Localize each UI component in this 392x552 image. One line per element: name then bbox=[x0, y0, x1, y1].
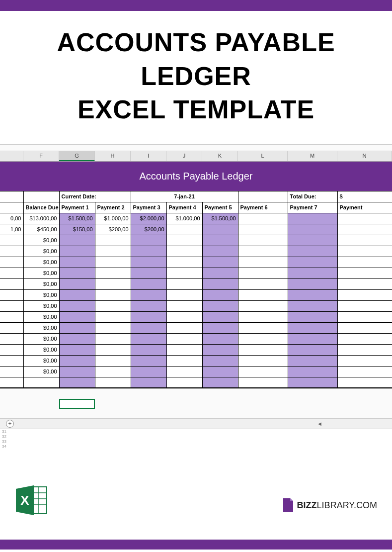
cell[interactable] bbox=[238, 278, 288, 289]
cell[interactable] bbox=[59, 311, 95, 322]
table-row[interactable]: 1,00 $450,00 $150,00 $200,00 $200,00 bbox=[0, 224, 392, 235]
cell[interactable]: $1.500,00 bbox=[202, 213, 238, 224]
cell[interactable] bbox=[288, 224, 337, 235]
cell[interactable] bbox=[288, 366, 337, 377]
cell[interactable] bbox=[238, 213, 288, 224]
scroll-left-icon[interactable]: ◄ bbox=[317, 421, 322, 427]
cell[interactable]: $1.000,00 bbox=[95, 213, 131, 224]
cell[interactable] bbox=[95, 278, 131, 289]
cell[interactable] bbox=[59, 344, 95, 355]
table-row[interactable]: $0,00 bbox=[0, 257, 392, 268]
cell[interactable]: $0,00 bbox=[23, 246, 59, 257]
cell[interactable]: $0,00 bbox=[23, 300, 59, 311]
cell[interactable] bbox=[238, 300, 288, 311]
cell[interactable]: 1,00 bbox=[0, 224, 23, 235]
cell[interactable] bbox=[288, 322, 337, 333]
cell[interactable] bbox=[288, 289, 337, 300]
cell[interactable] bbox=[95, 235, 131, 246]
table-row[interactable]: 0,00 $13.000,00 $1.500,00 $1.000,00 $2.0… bbox=[0, 213, 392, 224]
col-header-edge[interactable] bbox=[0, 151, 23, 161]
cell[interactable] bbox=[288, 257, 337, 268]
cell[interactable] bbox=[166, 300, 202, 311]
cell[interactable] bbox=[166, 235, 202, 246]
col-header-i[interactable]: I bbox=[131, 151, 166, 161]
cell[interactable] bbox=[95, 355, 131, 366]
cell[interactable] bbox=[202, 278, 238, 289]
cell[interactable] bbox=[202, 300, 238, 311]
cell[interactable] bbox=[288, 355, 337, 366]
cell[interactable] bbox=[288, 268, 337, 278]
cell[interactable]: $200,00 bbox=[95, 224, 131, 235]
cell[interactable] bbox=[337, 322, 392, 333]
cell[interactable] bbox=[131, 366, 166, 377]
cell[interactable]: $0,00 bbox=[23, 366, 59, 377]
cell[interactable] bbox=[288, 246, 337, 257]
table-row[interactable]: $0,00 bbox=[0, 322, 392, 333]
column-header-row[interactable]: F G H I J K L M N bbox=[0, 151, 392, 162]
table-row[interactable]: $0,00 bbox=[0, 311, 392, 322]
cell[interactable] bbox=[59, 268, 95, 278]
cell[interactable] bbox=[59, 366, 95, 377]
cell[interactable] bbox=[166, 257, 202, 268]
cell[interactable]: $1.500,00 bbox=[59, 213, 95, 224]
cell[interactable] bbox=[238, 257, 288, 268]
cell[interactable] bbox=[95, 300, 131, 311]
cell[interactable] bbox=[337, 300, 392, 311]
cell[interactable] bbox=[95, 311, 131, 322]
cell[interactable]: $200,00 bbox=[131, 224, 166, 235]
cell[interactable]: $0,00 bbox=[23, 278, 59, 289]
cell[interactable] bbox=[238, 289, 288, 300]
cell[interactable] bbox=[202, 224, 238, 235]
table-row[interactable]: $0,00 bbox=[0, 333, 392, 344]
cell[interactable] bbox=[95, 322, 131, 333]
cell[interactable] bbox=[131, 311, 166, 322]
cell[interactable] bbox=[59, 257, 95, 268]
cell[interactable] bbox=[337, 366, 392, 377]
cell[interactable] bbox=[59, 322, 95, 333]
cell[interactable]: $0,00 bbox=[23, 289, 59, 300]
table-row[interactable]: $0,00 bbox=[0, 246, 392, 257]
cell[interactable] bbox=[238, 268, 288, 278]
cell[interactable] bbox=[202, 322, 238, 333]
table-row-last[interactable] bbox=[0, 377, 392, 388]
cell[interactable] bbox=[95, 344, 131, 355]
cell[interactable] bbox=[288, 344, 337, 355]
cell[interactable] bbox=[337, 224, 392, 235]
col-header-m[interactable]: M bbox=[288, 151, 337, 161]
cell[interactable]: $13.000,00 bbox=[23, 213, 59, 224]
cell[interactable] bbox=[238, 355, 288, 366]
cell[interactable] bbox=[202, 311, 238, 322]
cell[interactable] bbox=[202, 268, 238, 278]
cell[interactable] bbox=[288, 235, 337, 246]
cell[interactable]: 0,00 bbox=[0, 213, 23, 224]
cell[interactable] bbox=[166, 224, 202, 235]
table-row[interactable]: $0,00 bbox=[0, 366, 392, 377]
cell[interactable] bbox=[59, 289, 95, 300]
cell[interactable] bbox=[337, 246, 392, 257]
cell[interactable] bbox=[166, 311, 202, 322]
cell[interactable] bbox=[238, 322, 288, 333]
add-sheet-button[interactable]: + bbox=[6, 420, 14, 428]
table-row[interactable]: $0,00 bbox=[0, 344, 392, 355]
table-row[interactable]: $0,00 bbox=[0, 289, 392, 300]
cell[interactable] bbox=[337, 257, 392, 268]
cell[interactable] bbox=[166, 268, 202, 278]
cell[interactable] bbox=[59, 235, 95, 246]
table-row[interactable]: $0,00 bbox=[0, 235, 392, 246]
cell[interactable]: $450,00 bbox=[23, 224, 59, 235]
cell[interactable] bbox=[131, 322, 166, 333]
cell[interactable] bbox=[131, 333, 166, 344]
cell[interactable] bbox=[337, 235, 392, 246]
cell[interactable] bbox=[337, 278, 392, 289]
cell[interactable] bbox=[166, 355, 202, 366]
active-cell-outline[interactable] bbox=[59, 399, 95, 409]
cell[interactable]: $0,00 bbox=[23, 322, 59, 333]
cell[interactable] bbox=[202, 257, 238, 268]
col-header-f[interactable]: F bbox=[23, 151, 59, 161]
col-header-j[interactable]: J bbox=[166, 151, 202, 161]
cell[interactable] bbox=[202, 344, 238, 355]
cell[interactable] bbox=[238, 366, 288, 377]
col-header-n[interactable]: N bbox=[337, 151, 392, 161]
table-row[interactable]: $0,00 bbox=[0, 278, 392, 289]
cell[interactable] bbox=[238, 224, 288, 235]
